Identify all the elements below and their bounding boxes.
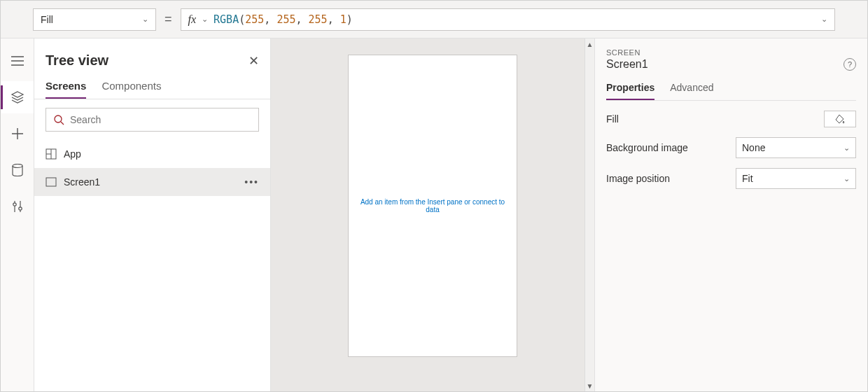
dropdown-value: None: [742, 142, 765, 153]
left-rail: [1, 38, 34, 391]
formula-bar: Fill ⌄ = fx ⌄ RGBA(255, 255, 255, 1) ⌄: [1, 1, 867, 38]
tree-item-label: Screen1: [64, 176, 100, 188]
layers-icon: [10, 91, 24, 104]
screen-icon: [46, 177, 57, 187]
tab-properties[interactable]: Properties: [606, 82, 654, 100]
search-field[interactable]: [70, 114, 251, 125]
chevron-down-icon[interactable]: ⌄: [821, 15, 827, 24]
plus-icon: [11, 127, 24, 140]
tools-button[interactable]: [1, 190, 34, 223]
dropdown-value: Fit: [742, 173, 753, 184]
fill-color-picker[interactable]: [824, 111, 856, 127]
hamburger-icon: [11, 56, 24, 66]
formula-input[interactable]: fx ⌄ RGBA(255, 255, 255, 1) ⌄: [181, 8, 835, 31]
properties-pane: SCREEN Screen1 ? Properties Advanced Fil…: [594, 38, 867, 391]
property-row-imgpos: Image position Fit ⌄: [606, 168, 856, 189]
bgimage-dropdown[interactable]: None ⌄: [736, 137, 856, 158]
database-icon: [12, 164, 23, 176]
chevron-down-icon: ⌄: [844, 174, 850, 183]
fx-label: fx: [188, 13, 197, 26]
paint-bucket-icon: [834, 113, 846, 125]
imgpos-dropdown[interactable]: Fit ⌄: [736, 168, 856, 189]
tree-view-pane: Tree view ✕ Screens Components App: [34, 38, 271, 391]
properties-tabs: Properties Advanced: [606, 82, 856, 101]
chevron-down-icon: ⌄: [202, 15, 208, 24]
property-dropdown[interactable]: Fill ⌄: [33, 8, 156, 31]
help-icon[interactable]: ?: [844, 58, 856, 71]
tree-item-label: App: [64, 148, 81, 160]
screen-name: Screen1: [606, 58, 648, 71]
svg-point-0: [13, 164, 22, 168]
insert-button[interactable]: [1, 118, 34, 150]
tab-advanced[interactable]: Advanced: [670, 82, 713, 100]
tree-view-title: Tree view: [46, 52, 108, 69]
property-label: Fill: [606, 113, 619, 125]
svg-point-2: [18, 207, 21, 210]
canvas-area[interactable]: Add an item from the Insert pane or conn…: [271, 38, 594, 391]
tree-list: App Screen1 •••: [34, 140, 270, 196]
scroll-up-icon[interactable]: ▲: [585, 38, 594, 50]
tree-view-button[interactable]: [1, 81, 34, 113]
scroll-track[interactable]: [585, 50, 594, 380]
close-icon[interactable]: ✕: [248, 53, 259, 69]
hamburger-button[interactable]: [1, 45, 34, 77]
search-input[interactable]: [46, 108, 259, 132]
canvas-hint: Add an item from the Insert pane or conn…: [356, 198, 510, 214]
vertical-scrollbar[interactable]: ▲ ▼: [584, 38, 594, 391]
formula-text: RGBA(255, 255, 255, 1): [214, 13, 816, 26]
chevron-down-icon: ⌄: [844, 144, 850, 153]
property-row-fill: Fill: [606, 111, 856, 127]
app-icon: [46, 148, 57, 160]
equals-label: =: [164, 12, 172, 27]
svg-point-1: [13, 203, 15, 206]
property-row-bgimage: Background image None ⌄: [606, 137, 856, 158]
property-label: Background image: [606, 142, 688, 153]
property-label: Image position: [606, 173, 670, 184]
svg-rect-5: [46, 178, 56, 186]
svg-point-3: [55, 115, 62, 122]
more-icon[interactable]: •••: [244, 176, 259, 188]
scroll-down-icon[interactable]: ▼: [585, 380, 594, 391]
section-label: SCREEN: [606, 48, 856, 57]
tab-screens[interactable]: Screens: [46, 80, 86, 99]
tree-tabs: Screens Components: [34, 73, 270, 99]
search-icon: [53, 114, 64, 125]
tree-item-screen1[interactable]: Screen1 •••: [34, 168, 270, 196]
data-button[interactable]: [1, 154, 34, 186]
screen-preview[interactable]: Add an item from the Insert pane or conn…: [349, 55, 517, 356]
sliders-icon: [12, 200, 23, 213]
property-dropdown-label: Fill: [41, 14, 53, 25]
chevron-down-icon: ⌄: [142, 15, 148, 24]
tab-components[interactable]: Components: [102, 80, 161, 99]
tree-item-app[interactable]: App: [34, 140, 270, 168]
